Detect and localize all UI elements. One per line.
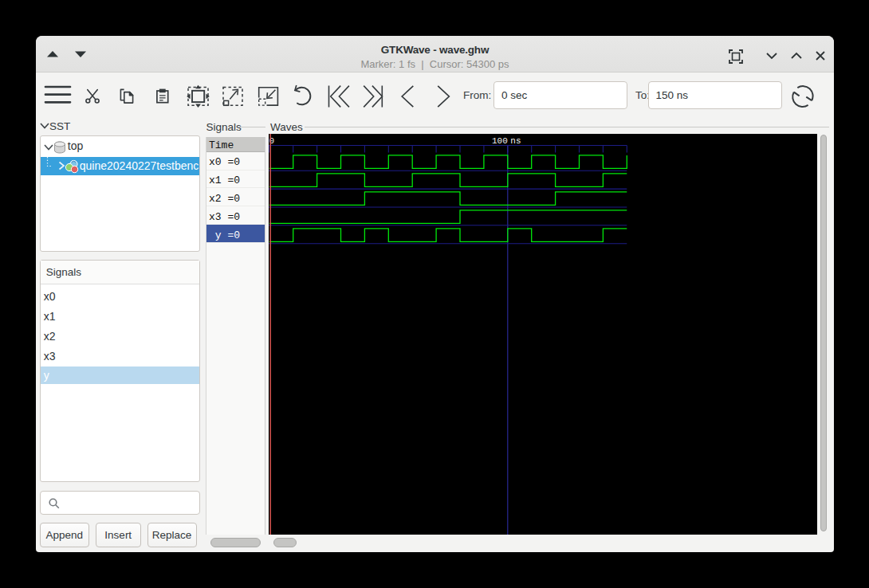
svg-text:ns: ns — [510, 136, 521, 146]
svg-text:100: 100 — [492, 136, 508, 146]
